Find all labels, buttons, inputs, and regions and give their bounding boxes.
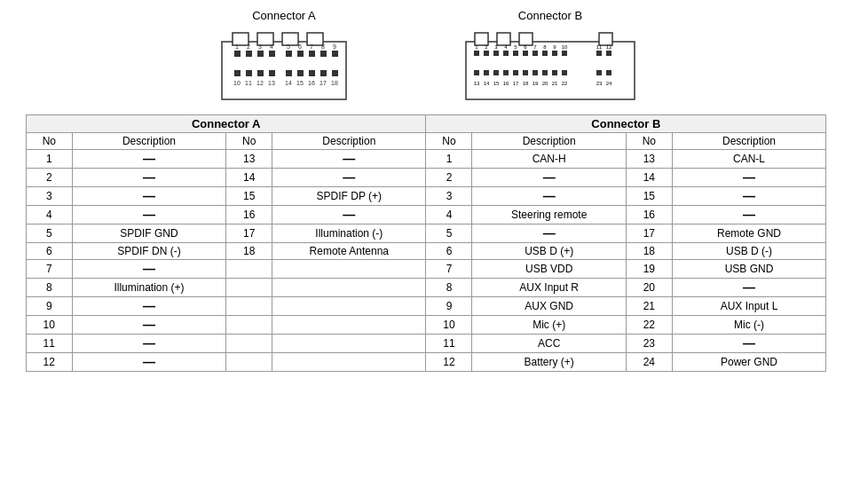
- pin-number: 5: [426, 224, 472, 243]
- svg-text:11: 11: [596, 44, 603, 50]
- pin-description: —: [72, 206, 225, 224]
- connector-b-title: Connector B: [518, 9, 582, 22]
- table-row: 12—12Battery (+)24Power GND: [26, 353, 825, 372]
- svg-text:19: 19: [532, 81, 539, 86]
- col-desc-b2: Description: [672, 133, 825, 150]
- pin-number: 11: [426, 335, 472, 353]
- svg-rect-43: [497, 33, 510, 45]
- svg-text:13: 13: [268, 80, 275, 86]
- svg-rect-10: [297, 51, 304, 57]
- pin-number: 10: [426, 316, 472, 335]
- dash-symbol: —: [143, 355, 155, 369]
- pin-description: USB VDD: [472, 260, 626, 279]
- svg-rect-42: [475, 33, 488, 45]
- dash-symbol: —: [143, 299, 155, 313]
- svg-text:14: 14: [484, 81, 490, 86]
- svg-rect-74: [513, 70, 518, 75]
- svg-rect-24: [246, 70, 252, 76]
- pin-number: 18: [626, 243, 672, 260]
- pin-description: —: [272, 169, 426, 187]
- pin-number: 18: [226, 243, 272, 260]
- pin-number: 4: [26, 206, 72, 224]
- dash-symbol: —: [343, 152, 355, 166]
- table-row: 2—14—2—14—: [26, 169, 825, 187]
- svg-rect-29: [309, 70, 315, 76]
- pin-number: [226, 260, 272, 279]
- pin-number: 23: [626, 335, 672, 353]
- svg-rect-54: [552, 51, 557, 56]
- pin-number: 1: [26, 150, 72, 169]
- svg-rect-47: [484, 51, 489, 56]
- table-row: 1—13—1CAN-H13CAN-L: [26, 150, 825, 169]
- svg-rect-75: [523, 70, 528, 75]
- pin-description: SPDIF DN (-): [72, 243, 225, 260]
- dash-symbol: —: [743, 189, 755, 203]
- pin-number: [226, 297, 272, 316]
- pin-number: 17: [226, 224, 272, 243]
- dash-symbol: —: [143, 208, 155, 222]
- connector-a-diagram: Connector A 1 2 3 4 5 6: [213, 9, 355, 106]
- svg-rect-30: [320, 70, 327, 76]
- dash-symbol: —: [543, 189, 556, 203]
- svg-rect-46: [474, 51, 479, 56]
- pin-number: 24: [626, 353, 672, 372]
- pin-description: Mic (-): [672, 316, 825, 335]
- col-desc-a2: Description: [272, 133, 426, 150]
- pin-description: —: [472, 187, 626, 206]
- pin-number: [226, 335, 272, 353]
- table-row: 5SPDIF GND17Illumination (-)5—17Remote G…: [26, 224, 825, 243]
- dash-symbol: —: [743, 336, 755, 350]
- pin-description: Steering remote: [472, 206, 626, 224]
- svg-rect-13: [332, 51, 338, 57]
- pin-number: 7: [426, 260, 472, 279]
- pin-number: 13: [226, 150, 272, 169]
- svg-text:3: 3: [258, 43, 262, 50]
- pin-description: SPDIF GND: [72, 224, 225, 243]
- pin-number: 12: [26, 353, 72, 372]
- pin-number: 16: [626, 206, 672, 224]
- table-row: 11—11ACC23—: [26, 335, 825, 353]
- pin-description: USB D (+): [472, 243, 626, 260]
- pin-description: Illumination (+): [72, 279, 225, 297]
- pin-table: Connector A Connector B No Description N…: [26, 114, 826, 372]
- col-no-a1: No: [26, 133, 72, 150]
- svg-text:7: 7: [310, 43, 313, 50]
- pin-description: —: [72, 150, 225, 169]
- svg-rect-26: [269, 70, 275, 76]
- pin-description: Mic (+): [472, 316, 626, 335]
- pin-number: 8: [426, 279, 472, 297]
- col-no-a2: No: [226, 133, 272, 150]
- pin-number: 7: [26, 260, 72, 279]
- svg-rect-79: [562, 70, 567, 75]
- svg-text:8: 8: [321, 43, 325, 50]
- pin-description: ACC: [472, 335, 626, 353]
- pin-number: 3: [26, 187, 72, 206]
- svg-text:11: 11: [245, 80, 252, 86]
- col-no-b2: No: [626, 133, 672, 150]
- pin-description: —: [672, 187, 825, 206]
- svg-text:18: 18: [523, 81, 529, 86]
- svg-rect-73: [503, 70, 509, 75]
- svg-text:1: 1: [235, 43, 239, 50]
- svg-text:22: 22: [562, 81, 568, 86]
- svg-rect-45: [599, 33, 612, 45]
- pin-number: 9: [26, 297, 72, 316]
- connector-b-header: Connector B: [426, 115, 826, 133]
- pin-description: Remote Antenna: [272, 243, 426, 260]
- pin-number: 21: [626, 297, 672, 316]
- col-desc-b1: Description: [472, 133, 626, 150]
- pin-number: [226, 316, 272, 335]
- svg-rect-48: [493, 51, 499, 56]
- pin-description: Power GND: [672, 353, 825, 372]
- svg-text:15: 15: [493, 81, 500, 86]
- svg-text:6: 6: [298, 43, 302, 50]
- table-row: 4—16—4Steering remote16—: [26, 206, 825, 224]
- pin-number: [226, 353, 272, 372]
- svg-rect-25: [257, 70, 264, 76]
- pin-number: 13: [626, 150, 672, 169]
- svg-text:5: 5: [287, 43, 290, 50]
- dash-symbol: —: [543, 170, 556, 185]
- pin-number: 10: [26, 316, 72, 335]
- dash-symbol: —: [343, 170, 355, 185]
- dash-symbol: —: [543, 226, 556, 240]
